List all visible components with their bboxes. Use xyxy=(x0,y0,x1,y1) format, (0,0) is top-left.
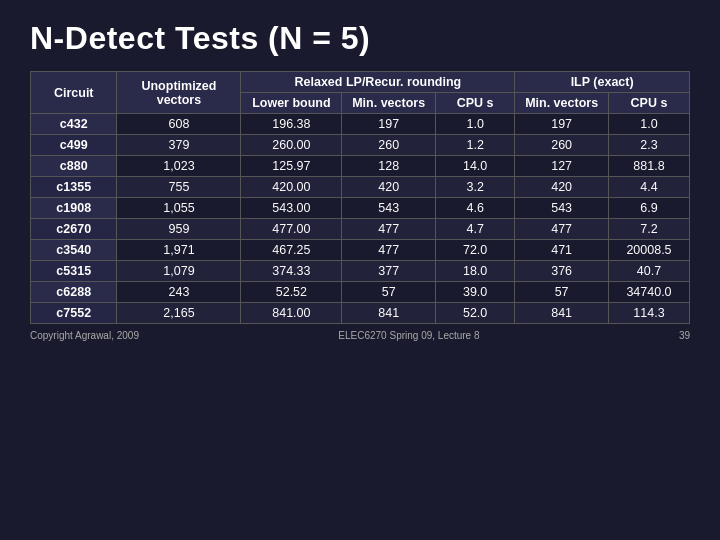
course-label: ELEC6270 Spring 09, Lecture 8 xyxy=(338,330,479,341)
cell-unopt: 1,971 xyxy=(117,240,241,261)
cell-unopt: 2,165 xyxy=(117,303,241,324)
cell-minv1: 420 xyxy=(342,177,436,198)
cell-circuit: c2670 xyxy=(31,219,117,240)
cell-minv1: 477 xyxy=(342,219,436,240)
cell-unopt: 379 xyxy=(117,135,241,156)
table-row: c880 1,023 125.97 128 14.0 127 881.8 xyxy=(31,156,690,177)
cell-cpu2: 6.9 xyxy=(608,198,689,219)
table-header-row-1: Circuit Unoptimized vectors Relaxed LP/R… xyxy=(31,72,690,93)
cell-minv1: 377 xyxy=(342,261,436,282)
cell-minv1: 57 xyxy=(342,282,436,303)
table-row: c7552 2,165 841.00 841 52.0 841 114.3 xyxy=(31,303,690,324)
cell-unopt: 1,055 xyxy=(117,198,241,219)
cell-minv2: 841 xyxy=(515,303,609,324)
cell-cpu1: 3.2 xyxy=(436,177,515,198)
cell-lb: 260.00 xyxy=(241,135,342,156)
cell-unopt: 755 xyxy=(117,177,241,198)
cell-cpu1: 14.0 xyxy=(436,156,515,177)
cell-minv2: 57 xyxy=(515,282,609,303)
cell-minv2: 260 xyxy=(515,135,609,156)
cell-lb: 477.00 xyxy=(241,219,342,240)
col-minv2-header: Min. vectors xyxy=(515,93,609,114)
cell-cpu1: 39.0 xyxy=(436,282,515,303)
cell-circuit: c499 xyxy=(31,135,117,156)
cell-cpu2: 20008.5 xyxy=(608,240,689,261)
cell-lb: 467.25 xyxy=(241,240,342,261)
cell-minv1: 260 xyxy=(342,135,436,156)
table-row: c2670 959 477.00 477 4.7 477 7.2 xyxy=(31,219,690,240)
copyright: Copyright Agrawal, 2009 xyxy=(30,330,139,341)
cell-cpu1: 1.2 xyxy=(436,135,515,156)
cell-minv2: 420 xyxy=(515,177,609,198)
table-row: c1908 1,055 543.00 543 4.6 543 6.9 xyxy=(31,198,690,219)
cell-circuit: c5315 xyxy=(31,261,117,282)
cell-unopt: 608 xyxy=(117,114,241,135)
table-row: c432 608 196.38 197 1.0 197 1.0 xyxy=(31,114,690,135)
cell-unopt: 1,079 xyxy=(117,261,241,282)
footer: Copyright Agrawal, 2009 ELEC6270 Spring … xyxy=(30,330,690,341)
table-row: c5315 1,079 374.33 377 18.0 376 40.7 xyxy=(31,261,690,282)
cell-cpu1: 18.0 xyxy=(436,261,515,282)
cell-minv2: 376 xyxy=(515,261,609,282)
cell-cpu2: 4.4 xyxy=(608,177,689,198)
cell-circuit: c3540 xyxy=(31,240,117,261)
cell-minv2: 543 xyxy=(515,198,609,219)
cell-lb: 374.33 xyxy=(241,261,342,282)
cell-lb: 52.52 xyxy=(241,282,342,303)
cell-circuit: c1355 xyxy=(31,177,117,198)
col-minv1-header: Min. vectors xyxy=(342,93,436,114)
cell-minv1: 128 xyxy=(342,156,436,177)
cell-lb: 420.00 xyxy=(241,177,342,198)
cell-cpu2: 7.2 xyxy=(608,219,689,240)
cell-circuit: c6288 xyxy=(31,282,117,303)
cell-cpu1: 72.0 xyxy=(436,240,515,261)
cell-minv1: 543 xyxy=(342,198,436,219)
table-row: c1355 755 420.00 420 3.2 420 4.4 xyxy=(31,177,690,198)
cell-circuit: c880 xyxy=(31,156,117,177)
col-relaxed-group-header: Relaxed LP/Recur. rounding xyxy=(241,72,515,93)
cell-cpu1: 1.0 xyxy=(436,114,515,135)
cell-circuit: c1908 xyxy=(31,198,117,219)
cell-minv2: 477 xyxy=(515,219,609,240)
cell-cpu2: 1.0 xyxy=(608,114,689,135)
slide-title: N-Detect Tests (N = 5) xyxy=(30,20,690,57)
cell-minv2: 197 xyxy=(515,114,609,135)
cell-unopt: 243 xyxy=(117,282,241,303)
cell-cpu1: 52.0 xyxy=(436,303,515,324)
col-cpu1-header: CPU s xyxy=(436,93,515,114)
cell-cpu1: 4.7 xyxy=(436,219,515,240)
table-row: c6288 243 52.52 57 39.0 57 34740.0 xyxy=(31,282,690,303)
cell-cpu2: 40.7 xyxy=(608,261,689,282)
cell-cpu2: 881.8 xyxy=(608,156,689,177)
cell-unopt: 959 xyxy=(117,219,241,240)
slide: N-Detect Tests (N = 5) Circuit Unoptimiz… xyxy=(0,0,720,540)
results-table: Circuit Unoptimized vectors Relaxed LP/R… xyxy=(30,71,690,324)
cell-cpu2: 34740.0 xyxy=(608,282,689,303)
cell-cpu2: 114.3 xyxy=(608,303,689,324)
col-lb-header: Lower bound xyxy=(241,93,342,114)
cell-minv1: 841 xyxy=(342,303,436,324)
cell-lb: 543.00 xyxy=(241,198,342,219)
cell-cpu2: 2.3 xyxy=(608,135,689,156)
cell-minv1: 477 xyxy=(342,240,436,261)
table-body: c432 608 196.38 197 1.0 197 1.0 c499 379… xyxy=(31,114,690,324)
cell-lb: 125.97 xyxy=(241,156,342,177)
cell-lb: 196.38 xyxy=(241,114,342,135)
col-circuit-header: Circuit xyxy=(31,72,117,114)
col-unopt-header: Unoptimized vectors xyxy=(117,72,241,114)
page-number: 39 xyxy=(679,330,690,341)
cell-cpu1: 4.6 xyxy=(436,198,515,219)
cell-minv2: 471 xyxy=(515,240,609,261)
table-row: c3540 1,971 467.25 477 72.0 471 20008.5 xyxy=(31,240,690,261)
cell-lb: 841.00 xyxy=(241,303,342,324)
cell-circuit: c7552 xyxy=(31,303,117,324)
cell-minv2: 127 xyxy=(515,156,609,177)
col-cpu2-header: CPU s xyxy=(608,93,689,114)
cell-unopt: 1,023 xyxy=(117,156,241,177)
table-row: c499 379 260.00 260 1.2 260 2.3 xyxy=(31,135,690,156)
cell-minv1: 197 xyxy=(342,114,436,135)
col-ilp-group-header: ILP (exact) xyxy=(515,72,690,93)
cell-circuit: c432 xyxy=(31,114,117,135)
